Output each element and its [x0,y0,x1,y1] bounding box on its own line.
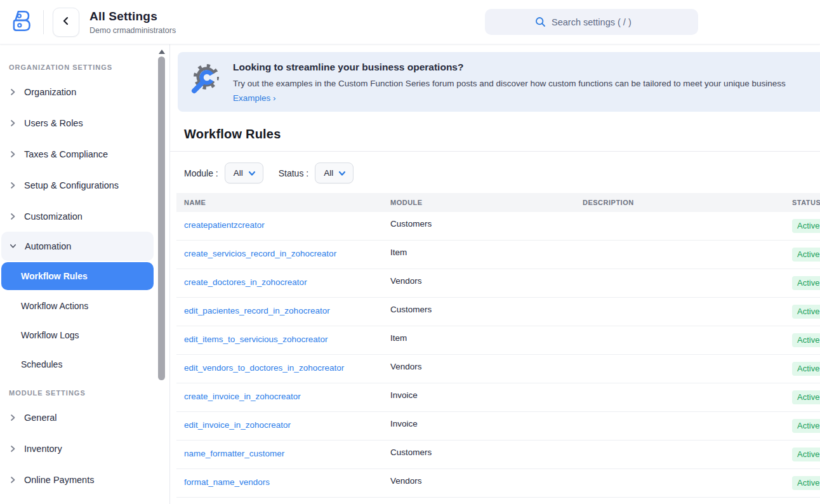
table-row: create_servicios_record_in_zohocreator I… [176,241,820,269]
examples-link-label: Examples [233,93,270,103]
table-row: edit_vendors_to_doctores_in_zohocreator … [176,355,820,383]
sidebar-item-workflow-logs[interactable]: Workflow Logs [0,321,169,350]
status-badge: Active [792,419,820,433]
module-filter-dropdown[interactable]: All [225,162,263,183]
workflow-rule-link[interactable]: name_formatter_customer [184,448,284,461]
search-input[interactable] [552,17,648,27]
module-cell: Vendors [383,269,575,298]
module-cell: Vendors [383,469,575,498]
workflow-rules-table: NAME MODULE DESCRIPTION STATUS createpat… [176,193,820,498]
workflow-rule-link[interactable]: create_doctores_in_zohocreator [184,276,307,289]
status-badge: Active [792,219,820,233]
app-header: All Settings Demo crmadministrators [0,0,820,44]
table-row: format_name_vendors Vendors Active [176,469,820,498]
table-header-row: NAME MODULE DESCRIPTION STATUS [176,193,820,212]
workflow-rule-link[interactable]: format_name_vendors [184,476,270,489]
sidebar-item-label: Organization [24,87,76,97]
workflow-rule-link[interactable]: edit_invoice_in_zohocreator [184,419,291,432]
sidebar-item-label: Setup & Configurations [24,180,119,190]
sidebar-item-inventory[interactable]: Inventory [0,433,169,464]
workflow-rule-link[interactable]: edit_pacientes_record_in_zohocreator [184,305,330,318]
chevron-down-icon [248,169,256,177]
table-row: edit_invoice_in_zohocreator Invoice Acti… [176,412,820,441]
table-row: createpatientzcreator Customers Active [176,212,820,241]
status-badge: Active [792,276,820,290]
sidebar-item-label: Customization [24,211,83,222]
sidebar-item-label: Automation [25,241,71,251]
sidebar-scrollbar[interactable] [158,50,165,430]
description-cell [575,212,784,241]
sidebar-item-workflow-actions[interactable]: Workflow Actions [0,291,169,321]
banner-body: Try out the examples in the Custom Funct… [233,79,786,88]
description-cell [575,298,784,326]
section-organization-settings: ORGANIZATION SETTINGS [9,63,169,71]
sidebar-item-automation[interactable]: Automation [1,232,154,261]
module-cell: Invoice [383,412,575,441]
module-cell: Invoice [383,383,575,412]
sidebar-item-label: Inventory [24,444,62,454]
chevron-down-icon [338,169,346,177]
sidebar-item-customization[interactable]: Customization [0,201,169,232]
chevron-right-icon [10,88,16,96]
status-filter-dropdown[interactable]: All [315,162,354,183]
sidebar-item-online-payments[interactable]: Online Payments [0,464,169,495]
sidebar-item-schedules[interactable]: Schedules [0,350,169,379]
description-cell [575,241,784,269]
section-module-settings: MODULE SETTINGS [9,389,169,397]
status-badge: Active [792,305,820,319]
status-badge: Active [792,333,820,347]
table-row: edit_pacientes_record_in_zohocreator Cus… [176,298,820,326]
sidebar-item-label: Users & Roles [24,118,83,128]
chevron-right-icon [10,150,16,158]
description-cell [575,355,784,383]
workflow-rule-link[interactable]: createpatientzcreator [184,219,265,232]
description-cell [575,412,784,441]
chevron-right-icon [10,213,16,220]
page-title: All Settings [89,10,176,23]
sidebar-item-setup-configurations[interactable]: Setup & Configurations [0,169,169,201]
chevron-down-icon [10,241,17,251]
settings-sidebar: ORGANIZATION SETTINGS Organization Users… [0,44,170,504]
table-row: name_formatter_customer Customers Active [176,441,820,469]
gear-wrench-icon [188,62,222,103]
sidebar-item-users-roles[interactable]: Users & Roles [0,107,169,138]
module-cell: Customers [383,212,575,241]
sidebar-item-label: Online Payments [24,475,94,485]
sidebar-item-organization[interactable]: Organization [0,76,169,107]
column-header-status: STATUS [784,193,820,212]
sidebar-item-general[interactable]: General [0,402,169,433]
module-cell: Item [383,326,575,355]
settings-search[interactable] [485,9,698,35]
description-cell [575,326,784,355]
workflow-rule-link[interactable]: edit_items_to_servicious_zohocreator [184,333,328,347]
status-filter-value: All [324,168,333,178]
sidebar-item-label: Schedules [21,359,62,369]
back-button[interactable] [53,8,79,37]
module-cell: Vendors [383,355,575,383]
workflow-rule-link[interactable]: edit_vendors_to_doctores_in_zohocreator [184,362,344,375]
main-content: Looking to streamline your business oper… [170,44,820,504]
scroll-up-arrow-icon[interactable] [159,50,165,54]
examples-link[interactable]: Examples › [233,93,276,103]
description-cell [575,441,784,469]
module-cell: Customers [383,298,575,326]
column-header-name: NAME [176,193,383,212]
app-logo[interactable] [9,8,34,36]
zoho-books-logo-icon [9,8,34,36]
description-cell [575,469,784,498]
scrollbar-thumb[interactable] [158,56,165,380]
table-row: create_invoice_in_zohocreator Invoice Ac… [176,383,820,412]
banner-title: Looking to streamline your business oper… [233,62,786,73]
sidebar-item-label: General [24,413,57,423]
status-badge: Active [792,476,820,490]
workflow-rule-link[interactable]: create_servicios_record_in_zohocreator [184,248,336,261]
module-cell: Item [383,241,575,269]
status-badge: Active [792,362,820,376]
sidebar-item-workflow-rules[interactable]: Workflow Rules [1,262,154,290]
sidebar-item-taxes-compliance[interactable]: Taxes & Compliance [0,138,169,169]
workflow-rules-heading: Workflow Rules [184,127,820,142]
header-divider [43,10,44,34]
chevron-left-icon [62,16,70,28]
workflow-rule-link[interactable]: create_invoice_in_zohocreator [184,390,301,404]
column-header-description: DESCRIPTION [575,193,784,212]
